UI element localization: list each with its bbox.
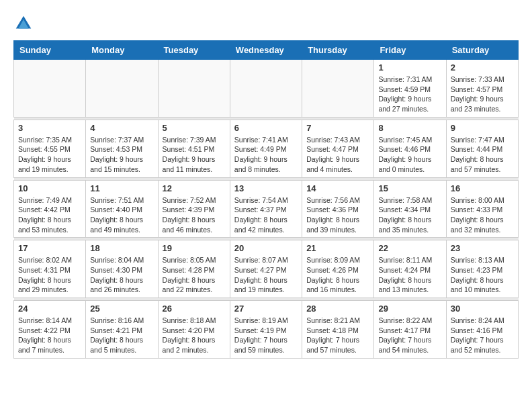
day-number: 4 — [90, 123, 153, 133]
calendar-cell: 20Sunrise: 8:07 AM Sunset: 4:27 PM Dayli… — [230, 240, 302, 298]
day-number: 20 — [234, 243, 298, 253]
calendar-cell: 27Sunrise: 8:19 AM Sunset: 4:19 PM Dayli… — [230, 301, 302, 359]
calendar-cell: 4Sunrise: 7:37 AM Sunset: 4:53 PM Daylig… — [86, 120, 158, 177]
day-info: Sunrise: 8:11 AM Sunset: 4:24 PM Dayligh… — [378, 255, 441, 295]
logo-icon — [13, 13, 34, 34]
day-info: Sunrise: 8:09 AM Sunset: 4:26 PM Dayligh… — [306, 255, 369, 295]
day-number: 19 — [163, 243, 226, 253]
day-number: 1 — [378, 62, 441, 73]
calendar-cell: 1Sunrise: 7:31 AM Sunset: 4:59 PM Daylig… — [374, 60, 446, 118]
day-info: Sunrise: 8:13 AM Sunset: 4:23 PM Dayligh… — [451, 255, 514, 295]
calendar-week-row: 1Sunrise: 7:31 AM Sunset: 4:59 PM Daylig… — [14, 60, 519, 118]
day-number: 26 — [163, 304, 226, 314]
calendar-cell: 2Sunrise: 7:33 AM Sunset: 4:57 PM Daylig… — [446, 60, 518, 118]
calendar: SundayMondayTuesdayWednesdayThursdayFrid… — [13, 40, 519, 359]
day-number: 24 — [18, 304, 81, 314]
day-number: 18 — [90, 243, 153, 253]
calendar-week-row: 17Sunrise: 8:02 AM Sunset: 4:31 PM Dayli… — [14, 240, 519, 298]
day-number: 22 — [378, 243, 441, 253]
column-header-wednesday: Wednesday — [230, 41, 302, 60]
calendar-cell: 12Sunrise: 7:52 AM Sunset: 4:39 PM Dayli… — [158, 180, 230, 238]
day-info: Sunrise: 8:16 AM Sunset: 4:21 PM Dayligh… — [90, 316, 153, 355]
day-info: Sunrise: 7:56 AM Sunset: 4:36 PM Dayligh… — [306, 195, 369, 235]
column-header-sunday: Sunday — [14, 41, 86, 60]
calendar-cell: 23Sunrise: 8:13 AM Sunset: 4:23 PM Dayli… — [446, 240, 518, 298]
day-number: 8 — [378, 123, 441, 133]
day-info: Sunrise: 7:49 AM Sunset: 4:42 PM Dayligh… — [18, 195, 81, 235]
calendar-cell: 17Sunrise: 8:02 AM Sunset: 4:31 PM Dayli… — [14, 240, 86, 298]
day-info: Sunrise: 7:37 AM Sunset: 4:53 PM Dayligh… — [90, 135, 153, 175]
day-info: Sunrise: 8:21 AM Sunset: 4:18 PM Dayligh… — [306, 316, 369, 355]
calendar-cell: 26Sunrise: 8:18 AM Sunset: 4:20 PM Dayli… — [158, 301, 230, 359]
calendar-cell — [302, 60, 374, 118]
day-number: 14 — [306, 183, 369, 193]
calendar-cell: 10Sunrise: 7:49 AM Sunset: 4:42 PM Dayli… — [14, 180, 86, 238]
calendar-cell: 13Sunrise: 7:54 AM Sunset: 4:37 PM Dayli… — [230, 180, 302, 238]
column-header-friday: Friday — [374, 41, 446, 60]
day-number: 7 — [306, 123, 369, 133]
day-number: 12 — [163, 183, 226, 193]
calendar-cell: 16Sunrise: 8:00 AM Sunset: 4:33 PM Dayli… — [446, 180, 518, 238]
column-header-saturday: Saturday — [446, 41, 518, 60]
day-number: 13 — [234, 183, 298, 193]
calendar-cell: 9Sunrise: 7:47 AM Sunset: 4:44 PM Daylig… — [446, 120, 518, 177]
calendar-cell — [230, 60, 302, 118]
day-info: Sunrise: 7:58 AM Sunset: 4:34 PM Dayligh… — [378, 195, 441, 235]
day-info: Sunrise: 7:33 AM Sunset: 4:57 PM Dayligh… — [451, 75, 514, 114]
calendar-cell: 18Sunrise: 8:04 AM Sunset: 4:30 PM Dayli… — [86, 240, 158, 298]
calendar-cell: 19Sunrise: 8:05 AM Sunset: 4:28 PM Dayli… — [158, 240, 230, 298]
calendar-cell — [86, 60, 158, 118]
calendar-cell: 28Sunrise: 8:21 AM Sunset: 4:18 PM Dayli… — [302, 301, 374, 359]
calendar-cell — [158, 60, 230, 118]
calendar-cell: 5Sunrise: 7:39 AM Sunset: 4:51 PM Daylig… — [158, 120, 230, 177]
day-info: Sunrise: 8:07 AM Sunset: 4:27 PM Dayligh… — [234, 255, 298, 295]
day-number: 3 — [18, 123, 81, 133]
day-number: 6 — [234, 123, 298, 133]
calendar-cell: 11Sunrise: 7:51 AM Sunset: 4:40 PM Dayli… — [86, 180, 158, 238]
day-number: 25 — [90, 304, 153, 314]
day-number: 21 — [306, 243, 369, 253]
column-header-tuesday: Tuesday — [158, 41, 230, 60]
day-info: Sunrise: 7:41 AM Sunset: 4:49 PM Dayligh… — [234, 135, 298, 175]
calendar-cell: 3Sunrise: 7:35 AM Sunset: 4:55 PM Daylig… — [14, 120, 86, 177]
column-header-thursday: Thursday — [302, 41, 374, 60]
calendar-cell: 22Sunrise: 8:11 AM Sunset: 4:24 PM Dayli… — [374, 240, 446, 298]
calendar-week-row: 3Sunrise: 7:35 AM Sunset: 4:55 PM Daylig… — [14, 120, 519, 177]
calendar-cell: 24Sunrise: 8:14 AM Sunset: 4:22 PM Dayli… — [14, 301, 86, 359]
day-number: 9 — [451, 123, 514, 133]
day-info: Sunrise: 7:39 AM Sunset: 4:51 PM Dayligh… — [163, 135, 226, 175]
day-info: Sunrise: 8:22 AM Sunset: 4:17 PM Dayligh… — [378, 316, 441, 355]
calendar-cell: 14Sunrise: 7:56 AM Sunset: 4:36 PM Dayli… — [302, 180, 374, 238]
calendar-cell: 25Sunrise: 8:16 AM Sunset: 4:21 PM Dayli… — [86, 301, 158, 359]
day-number: 30 — [451, 304, 514, 314]
calendar-header-row: SundayMondayTuesdayWednesdayThursdayFrid… — [14, 41, 519, 60]
day-info: Sunrise: 7:35 AM Sunset: 4:55 PM Dayligh… — [18, 135, 81, 175]
calendar-cell: 29Sunrise: 8:22 AM Sunset: 4:17 PM Dayli… — [374, 301, 446, 359]
day-number: 27 — [234, 304, 298, 314]
day-number: 29 — [378, 304, 441, 314]
day-info: Sunrise: 8:00 AM Sunset: 4:33 PM Dayligh… — [451, 195, 514, 235]
calendar-cell: 6Sunrise: 7:41 AM Sunset: 4:49 PM Daylig… — [230, 120, 302, 177]
logo — [13, 13, 36, 34]
day-number: 10 — [18, 183, 81, 193]
page-header — [13, 13, 519, 34]
calendar-cell: 7Sunrise: 7:43 AM Sunset: 4:47 PM Daylig… — [302, 120, 374, 177]
day-info: Sunrise: 8:24 AM Sunset: 4:16 PM Dayligh… — [451, 316, 514, 355]
day-number: 17 — [18, 243, 81, 253]
day-info: Sunrise: 8:04 AM Sunset: 4:30 PM Dayligh… — [90, 255, 153, 295]
day-info: Sunrise: 7:31 AM Sunset: 4:59 PM Dayligh… — [378, 75, 441, 114]
day-info: Sunrise: 8:19 AM Sunset: 4:19 PM Dayligh… — [234, 316, 298, 355]
day-number: 16 — [451, 183, 514, 193]
calendar-cell: 15Sunrise: 7:58 AM Sunset: 4:34 PM Dayli… — [374, 180, 446, 238]
calendar-week-row: 10Sunrise: 7:49 AM Sunset: 4:42 PM Dayli… — [14, 180, 519, 238]
day-number: 5 — [163, 123, 226, 133]
day-info: Sunrise: 7:51 AM Sunset: 4:40 PM Dayligh… — [90, 195, 153, 235]
day-info: Sunrise: 8:02 AM Sunset: 4:31 PM Dayligh… — [18, 255, 81, 295]
day-info: Sunrise: 8:05 AM Sunset: 4:28 PM Dayligh… — [163, 255, 226, 295]
day-info: Sunrise: 7:52 AM Sunset: 4:39 PM Dayligh… — [163, 195, 226, 235]
day-number: 2 — [451, 62, 514, 73]
calendar-cell: 30Sunrise: 8:24 AM Sunset: 4:16 PM Dayli… — [446, 301, 518, 359]
day-info: Sunrise: 7:54 AM Sunset: 4:37 PM Dayligh… — [234, 195, 298, 235]
day-info: Sunrise: 7:47 AM Sunset: 4:44 PM Dayligh… — [451, 135, 514, 175]
calendar-cell: 21Sunrise: 8:09 AM Sunset: 4:26 PM Dayli… — [302, 240, 374, 298]
